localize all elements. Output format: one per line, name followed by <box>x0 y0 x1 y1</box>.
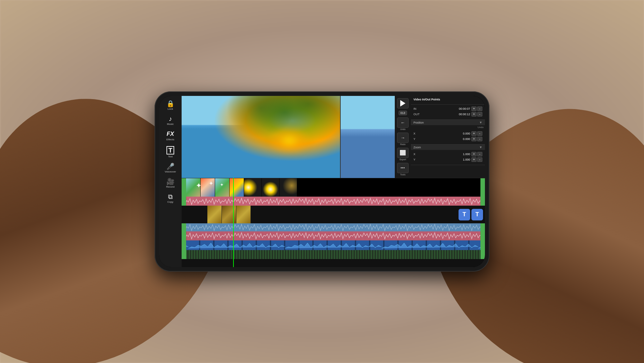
undo-label: Undo <box>400 128 406 130</box>
export-button[interactable]: ⬜ <box>397 148 409 158</box>
toolbar-music[interactable]: ♪ Music <box>160 114 181 127</box>
thumb-bokeh-3 <box>279 178 297 197</box>
zoom-values: X 1.000 + - Y 1.000 <box>411 150 485 165</box>
frame-counter: 013 <box>399 111 407 115</box>
position-values: X 0.000 + - Y 0.000 <box>411 129 485 144</box>
nav-redo[interactable]: → Redo <box>397 133 409 145</box>
thumb-4 <box>230 178 244 197</box>
out-plus-btn[interactable]: + <box>471 112 477 116</box>
panel-title: Video In/Out Points <box>413 98 482 101</box>
toolbar-lock[interactable]: 🔒 Lock <box>160 98 181 112</box>
thumb-3 <box>215 178 230 197</box>
audio-waveform-2 <box>186 223 480 231</box>
pos-x-plus-btn[interactable]: + <box>471 131 477 136</box>
audio2-green-left <box>182 223 186 231</box>
record-icon: 🎥 <box>166 178 175 185</box>
redo-button[interactable]: → <box>397 133 409 143</box>
fx-icon: FX <box>166 131 174 137</box>
in-plus-minus: + - <box>471 107 482 111</box>
audio3-green-right <box>480 231 485 240</box>
out-minus-btn[interactable]: - <box>477 112 482 116</box>
pos-x-plus-minus: + - <box>471 131 482 136</box>
tt-button-2[interactable]: T <box>471 209 483 220</box>
toolbar-record[interactable]: 🎥 Record <box>160 176 181 190</box>
nav-counter: 013 <box>399 111 407 115</box>
text-icon: T <box>166 146 174 154</box>
nav-export[interactable]: ⬜ Export <box>397 148 409 161</box>
decoration-track <box>182 240 485 250</box>
undo-text: Undo <box>411 125 485 129</box>
nav-play[interactable] <box>397 98 409 108</box>
position-label: Position <box>413 121 424 124</box>
position-section-header[interactable]: Position ▼ <box>411 120 485 125</box>
palm-trees <box>182 96 340 178</box>
record-label: Record <box>166 185 175 188</box>
green-marker-left <box>182 178 186 197</box>
position-x-row: X 0.000 + - <box>413 131 482 136</box>
play-button[interactable] <box>397 98 409 108</box>
toolbar-effects[interactable]: FX Effects <box>160 129 181 143</box>
pos-x-value: 0.000 <box>423 132 470 135</box>
overlay-thumb-2 <box>222 206 236 223</box>
in-out-section: IN 00:00:07 + - OUT 00:00:12 <box>411 105 485 120</box>
text-label: Text <box>168 155 173 158</box>
play-triangle-icon <box>400 100 405 107</box>
zoom-x-label: X <box>413 153 423 156</box>
in-plus-btn[interactable]: + <box>471 107 477 111</box>
position-y-row: Y 0.000 + - <box>413 137 482 141</box>
main-scene: 🔒 Lock ♪ Music FX Effects T Text <box>0 0 644 363</box>
undo-button[interactable]: ← <box>397 117 409 128</box>
bottom-waveform <box>186 250 480 259</box>
voiceover-label: Voiceover <box>165 170 176 173</box>
overlay-thumb-3 <box>236 206 251 223</box>
pos-y-plus-btn[interactable]: + <box>471 137 477 141</box>
pos-x-minus-btn[interactable]: - <box>477 131 482 136</box>
sun-glow <box>270 128 308 154</box>
copy-label: Copy <box>167 200 174 203</box>
deco-green-right <box>480 240 485 250</box>
main-video-preview <box>182 96 340 178</box>
overlay-track: T T <box>182 206 485 223</box>
zoom-x-minus-btn[interactable]: - <box>477 152 482 156</box>
green-marker-right <box>480 178 485 197</box>
overlay-thumb-1 <box>207 206 222 223</box>
video-thumbnails: ✦ ✦ ✦ <box>186 178 480 197</box>
zoom-y-plus-minus: + - <box>471 157 482 162</box>
phone: 🔒 Lock ♪ Music FX Effects T Text <box>155 91 489 272</box>
btm-green-right <box>480 250 485 259</box>
zoom-section-header[interactable]: Zoom ▼ <box>411 144 485 150</box>
tt-button-1[interactable]: T <box>459 209 470 220</box>
tools-button[interactable]: ••• <box>397 163 409 173</box>
in-value: 00:00:07 <box>423 107 470 110</box>
pos-y-minus-btn[interactable]: - <box>477 137 482 141</box>
zoom-x-plus-minus: + - <box>471 152 482 156</box>
thumb-2 <box>201 178 215 197</box>
pos-y-label: Y <box>413 137 423 141</box>
bottom-green-track <box>182 250 485 259</box>
toolbar-voiceover[interactable]: 🎤 Voiceover <box>160 161 181 175</box>
zoom-y-minus-btn[interactable]: - <box>477 157 482 162</box>
toolbar-text[interactable]: T Text <box>160 144 181 160</box>
out-plus-minus: + - <box>471 112 482 116</box>
audio3-green-left <box>182 231 186 240</box>
audio2-green-right <box>480 223 485 231</box>
voiceover-icon: 🎤 <box>166 163 175 170</box>
toolbar-copy[interactable]: ⧉ Copy <box>160 191 181 205</box>
redo-label: Redo <box>400 143 406 145</box>
video-preview <box>182 96 395 178</box>
nav-undo[interactable]: ← Undo <box>397 117 409 130</box>
lock-icon: 🔒 <box>166 100 175 107</box>
waveform-wave <box>186 197 480 206</box>
left-toolbar: 🔒 Lock ♪ Music FX Effects T Text <box>159 96 182 267</box>
zoom-y-label: Y <box>413 158 423 161</box>
zoom-x-plus-btn[interactable]: + <box>471 152 477 156</box>
in-minus-btn[interactable]: - <box>477 107 482 111</box>
zoom-label: Zoom <box>413 146 421 149</box>
zoom-y-plus-btn[interactable]: + <box>471 157 477 162</box>
phone-screen: 🔒 Lock ♪ Music FX Effects T Text <box>159 96 485 267</box>
lock-label: Lock <box>168 107 173 110</box>
nav-tools[interactable]: ••• Tools <box>397 163 409 176</box>
audio-waveform-3 <box>186 231 480 240</box>
pip-video <box>340 96 395 178</box>
main-content: 013 ← Undo → Redo <box>182 96 485 267</box>
